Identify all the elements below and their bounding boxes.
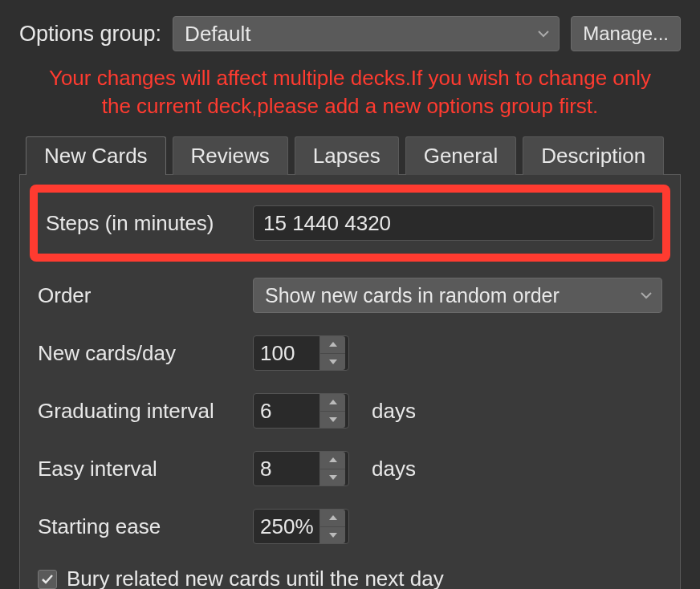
easy-interval-label: Easy interval [38, 457, 238, 481]
manage-button[interactable]: Manage... [571, 16, 681, 51]
spinner-down-icon[interactable] [320, 354, 345, 371]
warning-text: Your changes will affect multiple decks.… [19, 64, 681, 120]
bury-label: Bury related new cards until the next da… [67, 567, 444, 589]
easy-interval-spinner[interactable] [253, 451, 349, 486]
new-cards-day-input[interactable] [254, 336, 319, 370]
tab-lapses[interactable]: Lapses [295, 136, 399, 175]
order-value: Show new cards in random order [265, 284, 560, 307]
spinner-down-icon[interactable] [320, 412, 345, 429]
new-cards-day-spinner[interactable] [253, 335, 349, 371]
chevron-down-icon [538, 30, 549, 38]
spinner-up-icon[interactable] [320, 510, 345, 527]
tab-description[interactable]: Description [523, 136, 664, 175]
easy-interval-input[interactable] [254, 452, 319, 485]
spinner-up-icon[interactable] [320, 452, 345, 469]
spinner-down-icon[interactable] [320, 469, 345, 486]
spinner-up-icon[interactable] [320, 394, 345, 412]
easy-interval-unit: days [372, 457, 416, 481]
steps-highlight: Steps (in minutes) [30, 185, 670, 262]
tab-general[interactable]: General [405, 136, 517, 175]
tab-new-cards[interactable]: New Cards [26, 136, 166, 175]
new-cards-day-label: New cards/day [38, 341, 238, 366]
options-group-select[interactable]: Default [173, 16, 560, 51]
tab-reviews[interactable]: Reviews [173, 136, 288, 175]
new-cards-panel: Steps (in minutes) Order Show new cards … [19, 174, 681, 589]
bury-checkbox[interactable] [38, 570, 57, 589]
order-label: Order [38, 283, 238, 308]
chevron-down-icon [641, 291, 652, 299]
graduating-interval-unit: days [372, 399, 416, 424]
steps-label: Steps (in minutes) [46, 211, 238, 236]
tab-row: New Cards Reviews Lapses General Descrip… [26, 136, 681, 175]
graduating-interval-label: Graduating interval [38, 399, 238, 424]
options-group-label: Options group: [19, 22, 161, 47]
options-group-value: Default [185, 22, 250, 47]
steps-input[interactable] [253, 205, 654, 241]
order-select[interactable]: Show new cards in random order [253, 278, 662, 313]
graduating-interval-input[interactable] [254, 394, 319, 428]
spinner-up-icon[interactable] [320, 336, 345, 354]
starting-ease-label: Starting ease [38, 514, 238, 539]
options-group-row: Options group: Default Manage... [19, 16, 681, 51]
graduating-interval-spinner[interactable] [253, 393, 349, 429]
spinner-down-icon[interactable] [320, 527, 345, 544]
starting-ease-input[interactable] [254, 510, 319, 543]
starting-ease-spinner[interactable] [253, 509, 349, 544]
